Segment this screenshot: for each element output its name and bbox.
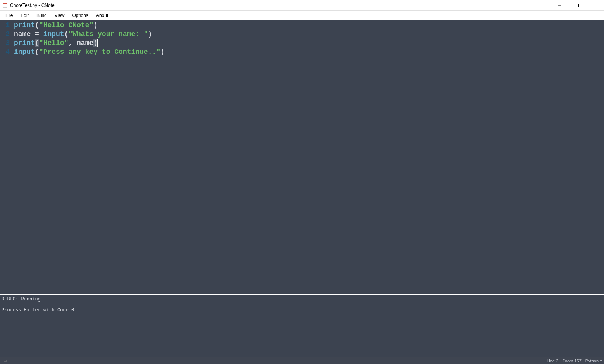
token: "Hello" — [39, 39, 69, 47]
token: ) — [160, 48, 165, 56]
menu-build[interactable]: Build — [33, 12, 51, 19]
token: ) — [93, 21, 98, 29]
token: ( — [64, 30, 69, 38]
menu-file[interactable]: File — [2, 12, 17, 19]
line-number: 2 — [0, 30, 12, 39]
token: print — [14, 39, 35, 47]
line-number: 4 — [0, 48, 12, 57]
chevron-down-icon: ▾ — [600, 359, 602, 362]
token: "Press any key to Continue.." — [39, 48, 160, 56]
token: = — [31, 30, 43, 38]
window-title: CnoteTest.py - CNote — [10, 3, 55, 8]
window-controls — [551, 0, 604, 10]
status-line: Line 3 — [547, 359, 558, 363]
token: "Hello CNote" — [39, 21, 93, 29]
maximize-button[interactable] — [568, 0, 586, 10]
menubar: File Edit Build View Options About — [0, 11, 604, 20]
token: ( — [35, 48, 39, 56]
svg-rect-1 — [3, 3, 7, 4]
svg-point-11 — [4, 361, 5, 362]
line-number: 1 — [0, 21, 12, 30]
code-area[interactable]: print("Hello CNote")name = input("Whats … — [12, 20, 604, 294]
menu-edit[interactable]: Edit — [17, 12, 33, 19]
code-line[interactable]: input("Press any key to Continue..") — [14, 48, 602, 57]
caret — [97, 39, 98, 47]
titlebar-left: CnoteTest.py - CNote — [2, 3, 55, 8]
svg-point-8 — [6, 360, 7, 361]
statusbar: Line 3 Zoom 157 Python ▾ — [0, 357, 604, 364]
svg-rect-5 — [576, 4, 579, 7]
svg-point-12 — [5, 361, 6, 362]
menu-view[interactable]: View — [51, 12, 69, 19]
status-right: Line 3 Zoom 157 Python ▾ — [547, 359, 602, 363]
svg-point-9 — [5, 361, 6, 361]
output-panel[interactable]: DEBUG: Running Process Exited with Code … — [0, 295, 604, 357]
line-number: 3 — [0, 39, 12, 48]
status-language-label: Python — [585, 359, 599, 363]
token: input — [14, 48, 35, 56]
token: name — [14, 30, 31, 38]
token: , — [68, 39, 77, 47]
code-line[interactable]: name = input("Whats your name: ") — [14, 30, 602, 39]
token: name — [77, 39, 93, 47]
status-language[interactable]: Python ▾ — [585, 359, 602, 363]
token: ( — [35, 39, 39, 47]
close-button[interactable] — [586, 0, 604, 10]
svg-point-10 — [6, 361, 7, 361]
menu-about[interactable]: About — [92, 12, 112, 19]
token: print — [14, 21, 35, 29]
token: "Whats your name: " — [68, 30, 148, 38]
titlebar: CnoteTest.py - CNote — [0, 0, 604, 11]
svg-point-13 — [6, 361, 7, 362]
svg-rect-3 — [4, 6, 6, 6]
token: ) — [148, 30, 152, 38]
app-icon — [2, 3, 8, 8]
svg-rect-2 — [4, 5, 6, 5]
status-zoom: Zoom 157 — [562, 359, 582, 363]
token: ( — [35, 21, 39, 29]
editor[interactable]: 1234 print("Hello CNote")name = input("W… — [0, 20, 604, 294]
code-line[interactable]: print("Hello CNote") — [14, 21, 602, 30]
gutter: 1234 — [0, 20, 12, 294]
code-line[interactable]: print("Hello", name) — [14, 39, 602, 48]
minimize-button[interactable] — [551, 0, 568, 10]
menu-options[interactable]: Options — [69, 12, 92, 19]
resize-grip-icon — [2, 359, 7, 363]
token: input — [43, 30, 64, 38]
